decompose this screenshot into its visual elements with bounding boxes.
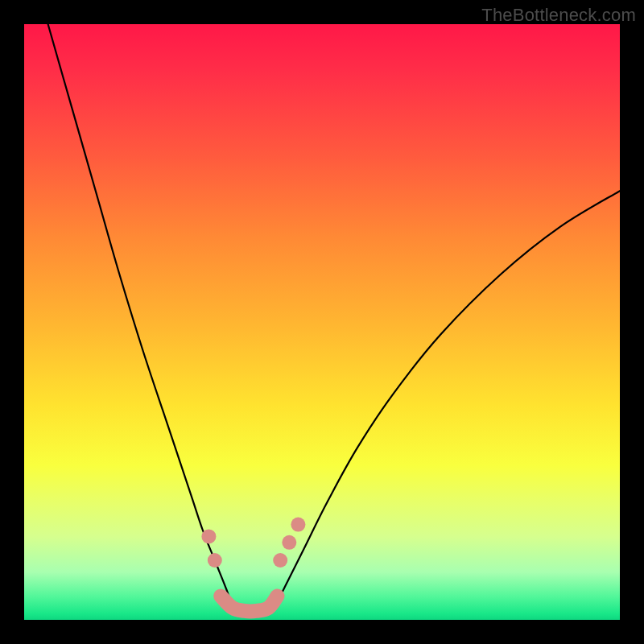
highlight-markers bbox=[201, 518, 305, 568]
watermark-text: TheBottleneck.com bbox=[481, 5, 636, 26]
highlight-marker bbox=[201, 529, 216, 543]
highlight-marker bbox=[273, 553, 287, 568]
curve-right-branch bbox=[275, 191, 620, 608]
highlight-marker bbox=[282, 535, 296, 550]
highlight-marker bbox=[208, 553, 222, 568]
curve-left-branch bbox=[48, 24, 233, 608]
chart-frame: TheBottleneck.com bbox=[0, 0, 644, 644]
plot-area bbox=[24, 24, 620, 620]
valley-worm bbox=[221, 596, 277, 611]
curve-layer bbox=[24, 24, 620, 620]
highlight-marker bbox=[291, 518, 305, 532]
